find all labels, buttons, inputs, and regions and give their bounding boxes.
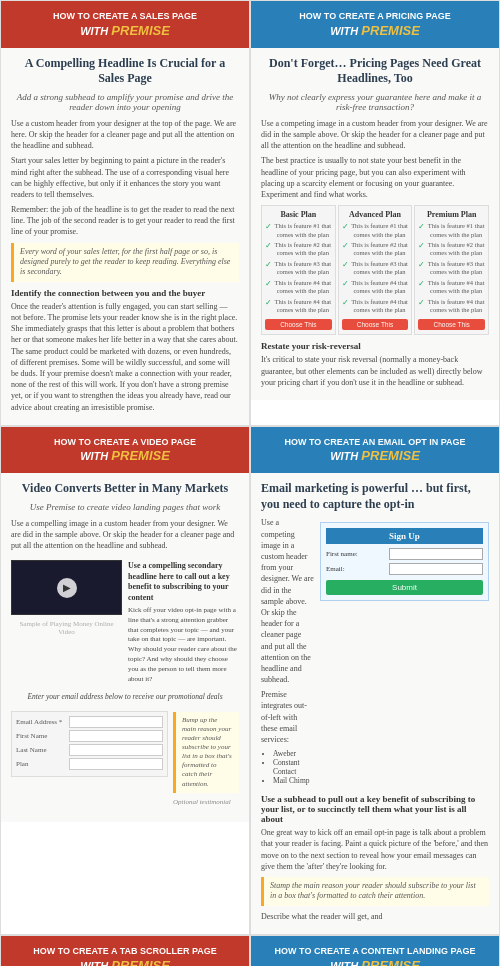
check-icon: ✓ <box>418 222 425 232</box>
video-thumbnail[interactable]: ▶ <box>11 560 122 615</box>
optin-email-label: Email: <box>326 565 386 573</box>
video-body1: Use a compelling image in a custom heade… <box>11 518 239 552</box>
tab-premise-word: PREMISE <box>111 958 170 966</box>
video-testimonial: Optional testimonial <box>173 798 239 808</box>
optin-header-line1: HOW TO CREATE AN EMAIL OPT IN PAGE <box>259 437 491 449</box>
service-aweber: Aweber <box>273 749 314 758</box>
sales-body1: Use a custom header from your designer a… <box>11 118 239 152</box>
pricing-body3: It's critical to state your risk reversa… <box>261 354 489 388</box>
video-email-form: Email Address * First Name Last Name <box>11 711 168 777</box>
tab-scroller-header: HOW TO CREATE A TAB SCROLLER PAGE WITH P… <box>1 936 249 966</box>
firstname-input[interactable] <box>69 730 163 742</box>
content-landing-panel: HOW TO CREATE A CONTENT LANDING PAGE WIT… <box>250 935 500 966</box>
check-icon: ✓ <box>265 222 272 232</box>
form-row-plan: Plan <box>16 758 163 770</box>
email-label: Email Address * <box>16 718 66 726</box>
video-header-line2: WITH PREMISE <box>9 448 241 465</box>
video-email-label: Enter your email address below to receiv… <box>11 692 239 703</box>
form-row-email: Email Address * <box>16 716 163 728</box>
check-icon: ✓ <box>265 279 272 289</box>
choose-basic-button[interactable]: Choose This <box>265 319 332 330</box>
main-grid: HOW TO CREATE A SALES PAGE WITH PREMISE … <box>0 0 500 966</box>
optin-form: Sign Up First name: Email: Submit <box>320 522 489 601</box>
optin-describe: Describe what the reader will get, and <box>261 911 489 922</box>
video-page-panel: HOW TO CREATE A VIDEO PAGE WITH PREMISE … <box>0 426 250 935</box>
email-input[interactable] <box>69 716 163 728</box>
optin-email-input[interactable] <box>389 563 483 575</box>
optin-firstname-label: First name: <box>326 550 386 558</box>
pricing-body2: The best practice is usually to not stat… <box>261 155 489 200</box>
plan-label: Plan <box>16 760 66 768</box>
optin-email-row: Email: <box>326 563 483 575</box>
content-premise-word: PREMISE <box>361 958 420 966</box>
optin-subhead2: Use a subhead to pull out a key benefit … <box>261 794 489 824</box>
sales-subhead: Add a strong subhead to amplify your pro… <box>11 92 239 112</box>
check-icon: ✓ <box>418 298 425 308</box>
tab-header-line1: HOW TO CREATE A TAB SCROLLER PAGE <box>9 946 241 958</box>
choose-advanced-button[interactable]: Choose This <box>342 319 409 330</box>
pricing-header-line2: WITH PREMISE <box>259 23 491 40</box>
optin-header-line2: WITH PREMISE <box>259 448 491 465</box>
optin-firstname-input[interactable] <box>389 548 483 560</box>
content-landing-header: HOW TO CREATE A CONTENT LANDING PAGE WIT… <box>251 936 499 966</box>
check-icon: ✓ <box>342 260 349 270</box>
video-body2: Kick off your video opt-in page with a l… <box>128 606 239 684</box>
video-label: Sample of Playing Money Online Video <box>11 620 122 636</box>
optin-body1: Use a competing image in a custom header… <box>261 517 314 685</box>
video-page-body: Video Converts Better in Many Markets Us… <box>1 473 249 822</box>
pricing-premise-word: PREMISE <box>361 23 420 38</box>
sales-body4: Once the reader's attention is fully eng… <box>11 301 239 413</box>
sales-body2: Start your sales letter by beginning to … <box>11 155 239 200</box>
pricing-page-panel: HOW TO CREATE A PRICING PAGE WITH PREMIS… <box>250 0 500 426</box>
lastname-label: Last Name <box>16 746 66 754</box>
check-icon: ✓ <box>342 298 349 308</box>
lastname-input[interactable] <box>69 744 163 756</box>
check-icon: ✓ <box>418 260 425 270</box>
play-button[interactable]: ▶ <box>57 578 77 598</box>
pricing-header-line1: HOW TO CREATE A PRICING PAGE <box>259 11 491 23</box>
optin-page-header: HOW TO CREATE AN EMAIL OPT IN PAGE WITH … <box>251 427 499 474</box>
sales-body3: Remember: the job of the headline is to … <box>11 204 239 238</box>
optin-form-title: Sign Up <box>326 528 483 544</box>
check-icon: ✓ <box>418 279 425 289</box>
check-icon: ✓ <box>342 241 349 251</box>
check-icon: ✓ <box>265 298 272 308</box>
form-row-lastname: Last Name <box>16 744 163 756</box>
pricing-col-advanced: Advanced Plan ✓This is feature #1 that c… <box>338 205 413 335</box>
pricing-page-body: Don't Forget… Pricing Pages Need Great H… <box>251 48 499 400</box>
optin-headline: Email marketing is powerful … but first,… <box>261 481 489 512</box>
check-icon: ✓ <box>342 279 349 289</box>
pricing-body1: Use a competing image in a custom header… <box>261 118 489 152</box>
choose-premium-button[interactable]: Choose This <box>418 319 485 330</box>
video-premise-word: PREMISE <box>111 448 170 463</box>
content-header-line2: WITH PREMISE <box>259 958 491 966</box>
check-icon: ✓ <box>418 241 425 251</box>
pricing-table: Basic Plan ✓This is feature #1 that come… <box>261 205 489 335</box>
optin-premise-word: PREMISE <box>361 448 420 463</box>
optin-body3: One great way to kick off an email opt-i… <box>261 827 489 872</box>
check-icon: ✓ <box>265 260 272 270</box>
video-secondary-headline: Use a compelling secondary headline here… <box>128 561 239 603</box>
plan-advanced-name: Advanced Plan <box>342 210 409 219</box>
sales-page-header: HOW TO CREATE A SALES PAGE WITH PREMISE <box>1 1 249 48</box>
plan-basic-name: Basic Plan <box>265 210 332 219</box>
video-subhead: Use Premise to create video landing page… <box>11 502 239 512</box>
pricing-col-basic: Basic Plan ✓This is feature #1 that come… <box>261 205 336 335</box>
pricing-page-header: HOW TO CREATE A PRICING PAGE WITH PREMIS… <box>251 1 499 48</box>
tab-scroller-panel: HOW TO CREATE A TAB SCROLLER PAGE WITH P… <box>0 935 250 966</box>
pricing-restate: Restate your risk-reversal <box>261 341 489 351</box>
video-tip-box: Bump up the main reason your reader shou… <box>173 712 239 793</box>
form-row-firstname: First Name <box>16 730 163 742</box>
check-icon: ✓ <box>342 222 349 232</box>
pricing-headline: Don't Forget… Pricing Pages Need Great H… <box>261 56 489 87</box>
sales-headline: A Compelling Headline Is Crucial for a S… <box>11 56 239 87</box>
optin-page-body: Email marketing is powerful … but first,… <box>251 473 499 934</box>
sales-section-title: Identify the connection between you and … <box>11 288 239 298</box>
optin-page-panel: HOW TO CREATE AN EMAIL OPT IN PAGE WITH … <box>250 426 500 935</box>
plan-input[interactable] <box>69 758 163 770</box>
pricing-subhead: Why not clearly express your guarantee h… <box>261 92 489 112</box>
service-constant-contact: Constant Contact <box>273 758 314 776</box>
sales-page-body: A Compelling Headline Is Crucial for a S… <box>1 48 249 425</box>
optin-submit-button[interactable]: Submit <box>326 580 483 595</box>
check-icon: ✓ <box>265 241 272 251</box>
